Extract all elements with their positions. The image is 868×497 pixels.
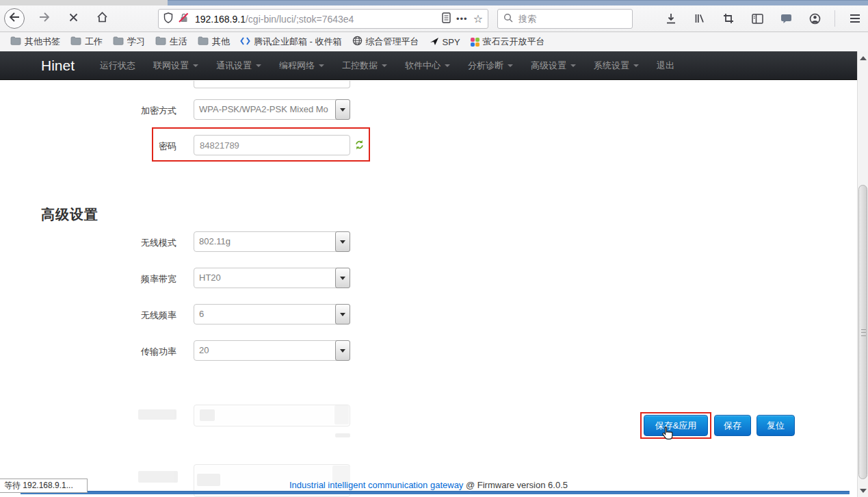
nav-item-network-settings[interactable]: 联网设置 [144, 60, 207, 72]
nav-item-system-settings[interactable]: 系统设置 [585, 60, 648, 72]
nav-item-software-center[interactable]: 软件中心 [396, 60, 459, 72]
bandwidth-select[interactable]: HT20 [194, 268, 350, 288]
folder-icon [155, 36, 166, 47]
nav-item-advanced-settings[interactable]: 高级设置 [522, 60, 585, 72]
forward-button[interactable] [36, 10, 53, 27]
chevron-down-icon [340, 240, 345, 244]
bookmark-ezviz-open-platform[interactable]: 萤石云开放平台 [469, 34, 547, 49]
chevron-down-icon [340, 349, 345, 353]
chevron-down-icon [633, 64, 639, 67]
toolbar-right-icons [662, 5, 864, 31]
bookmark-label: SPY [443, 37, 460, 47]
stop-button[interactable] [64, 10, 82, 27]
nav-item-analysis-diagnosis[interactable]: 分析诊断 [459, 60, 522, 72]
messages-bubble-icon[interactable] [777, 10, 795, 27]
scrollbar-thumb[interactable] [858, 185, 867, 479]
cutoff-field-top [194, 81, 350, 88]
back-button[interactable] [4, 8, 25, 29]
address-bar[interactable]: 192.168.9.1/cgi-bin/luci/;stok=7643e4 ••… [158, 9, 488, 29]
nav-item-programming-network[interactable]: 编程网络 [270, 60, 333, 72]
bookmark-label: 萤石云开放平台 [483, 36, 545, 48]
home-button[interactable] [93, 10, 111, 27]
insecure-lock-icon[interactable] [179, 12, 189, 26]
browser-nav-buttons [4, 5, 111, 31]
nav-item-run-status[interactable]: 运行状态 [91, 60, 144, 72]
nav-item-label: 运行状态 [100, 60, 135, 72]
chevron-down-icon [340, 277, 345, 280]
nav-item-comm-settings[interactable]: 通讯设置 [207, 60, 270, 72]
nav-item-label: 软件中心 [405, 60, 440, 72]
brand-logo[interactable]: Hinet [41, 58, 75, 74]
chevron-down-icon [382, 64, 387, 67]
tracking-shield-icon[interactable] [163, 12, 173, 26]
bookmark-star-icon[interactable]: ☆ [473, 14, 483, 25]
bookmark-label: 其他书签 [25, 36, 60, 48]
bookmark-label: 生活 [170, 36, 187, 48]
dropdown-button[interactable] [335, 268, 350, 288]
encryption-select[interactable]: WPA-PSK/WPA2-PSK Mixed Mo [194, 99, 350, 120]
bookmark-folder-other-bookmarks[interactable]: 其他书签 [8, 34, 62, 49]
bookmark-folder-study[interactable]: 学习 [111, 34, 147, 49]
bookmark-tencent-mail[interactable]: 腾讯企业邮箱 - 收件箱 [238, 34, 344, 49]
nav-item-label: 联网设置 [153, 60, 189, 72]
search-bar[interactable] [497, 9, 633, 29]
bookmark-label: 其他 [212, 36, 230, 48]
browser-toolbar: 192.168.9.1/cgi-bin/luci/;stok=7643e4 ••… [0, 5, 868, 32]
reader-mode-icon[interactable] [442, 12, 451, 26]
tx-power-label: 传输功率 [94, 346, 176, 358]
channel-select[interactable]: 6 [194, 304, 350, 324]
chevron-down-icon [445, 64, 450, 67]
dropdown-button[interactable] [335, 340, 350, 361]
screenshot-button[interactable] [720, 10, 737, 27]
section-title-advanced: 高级设置 [41, 205, 98, 224]
vertical-scrollbar[interactable] [857, 51, 868, 497]
bookmark-folder-life[interactable]: 生活 [153, 34, 189, 49]
url-text[interactable]: 192.168.9.1/cgi-bin/luci/;stok=7643e4 [195, 14, 436, 25]
bookmarks-bar: 其他书签 工作 学习 生活 其他 腾讯企业邮箱 - 收件箱 综合管理平台 SPY… [0, 32, 868, 51]
wireless-mode-select[interactable]: 802.11g [194, 231, 350, 252]
nav-item-industrial-data[interactable]: 工控数据 [333, 60, 396, 72]
library-button[interactable] [691, 10, 709, 27]
footer-gateway-link[interactable]: Industrial intelligent communication gat… [289, 480, 463, 490]
bookmark-folder-work[interactable]: 工作 [68, 34, 105, 49]
chevron-down-icon [340, 313, 345, 316]
bookmark-label: 腾讯企业邮箱 - 收件箱 [254, 36, 342, 48]
url-path: /cgi-bin/luci/;stok=7643e4 [246, 14, 354, 25]
save-button[interactable]: 保存 [714, 415, 751, 436]
reset-button[interactable]: 复位 [757, 415, 795, 436]
toolbar-separator [834, 10, 835, 27]
menu-hamburger-button[interactable] [846, 10, 864, 27]
dropdown-button[interactable] [335, 99, 350, 120]
scroll-up-arrow-icon[interactable] [860, 56, 867, 60]
dropdown-button[interactable] [335, 304, 350, 324]
window-top-edge-accent [168, 0, 868, 5]
chevron-down-icon [319, 64, 324, 67]
bookmark-management-platform[interactable]: 综合管理平台 [350, 34, 421, 49]
tx-power-select[interactable]: 20 [194, 340, 350, 361]
nav-item-logout[interactable]: 退出 [648, 60, 683, 72]
account-button[interactable] [806, 10, 824, 27]
bookmark-folder-misc[interactable]: 其他 [196, 34, 232, 49]
bookmark-label: 综合管理平台 [366, 36, 419, 48]
channel-label: 无线频率 [94, 309, 176, 322]
mouse-cursor-hand-icon [661, 426, 674, 443]
status-tooltip: 等待 192.168.9.1... [0, 479, 88, 493]
chevron-down-icon [508, 64, 513, 67]
back-icon [9, 12, 20, 25]
bookmark-spy[interactable]: SPY [428, 35, 462, 49]
downloads-button[interactable] [662, 10, 680, 27]
page-actions-icon[interactable]: ••• [456, 14, 468, 24]
forward-icon [39, 12, 50, 25]
refresh-password-icon[interactable] [354, 140, 365, 153]
encryption-label: 加密方式 [94, 105, 176, 117]
globe-icon [352, 36, 363, 48]
folder-icon [198, 36, 209, 47]
dropdown-button[interactable] [335, 231, 350, 252]
sidebar-button[interactable] [748, 10, 766, 27]
firmware-version-text: @ Firmware version 6.0.5 [463, 480, 568, 490]
folder-icon [113, 36, 124, 47]
nav-item-label: 退出 [657, 60, 674, 72]
scroll-down-arrow-icon[interactable] [860, 489, 867, 493]
search-input[interactable] [517, 13, 627, 25]
nav-item-label: 工控数据 [342, 60, 378, 72]
